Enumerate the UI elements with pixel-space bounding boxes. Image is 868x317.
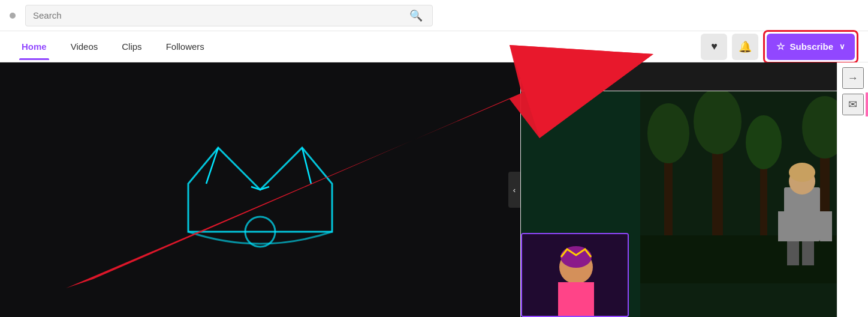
heart-icon: ♥ bbox=[711, 40, 718, 53]
main-content: ‹ t Video × bbox=[0, 62, 868, 317]
svg-rect-16 bbox=[802, 241, 814, 265]
svg-rect-10 bbox=[640, 235, 868, 283]
nav-actions: ♥ 🔔 ☆ Subscribe ∨ bbox=[701, 30, 858, 64]
svg-rect-14 bbox=[820, 211, 832, 241]
svg-point-21 bbox=[560, 246, 592, 268]
nav-tabs: Home Videos Clips Followers bbox=[10, 33, 701, 60]
search-bar[interactable]: 🔍 bbox=[25, 5, 433, 26]
svg-rect-20 bbox=[558, 282, 594, 317]
star-icon: ☆ bbox=[776, 41, 785, 52]
video-area bbox=[0, 62, 520, 317]
right-panel: t Video × bbox=[520, 62, 868, 317]
search-icon: 🔍 bbox=[409, 10, 423, 22]
forest-scene bbox=[640, 91, 868, 317]
search-input[interactable] bbox=[33, 10, 407, 20]
tab-home[interactable]: Home bbox=[10, 33, 59, 60]
far-right-sidebar: → ✉ bbox=[837, 62, 868, 317]
pip-video bbox=[522, 234, 629, 317]
mail-icon: ✉ bbox=[848, 98, 857, 111]
bell-icon: 🔔 bbox=[739, 40, 752, 53]
subscribe-label: Subscribe bbox=[789, 41, 833, 52]
side-collapse-button[interactable]: ‹ bbox=[508, 172, 520, 208]
chevron-left-icon: ‹ bbox=[513, 186, 516, 195]
nav-bar: Home Videos Clips Followers ♥ 🔔 ☆ Subscr… bbox=[0, 31, 868, 62]
tab-videos[interactable]: Videos bbox=[59, 33, 110, 60]
svg-point-17 bbox=[789, 163, 815, 182]
chevron-down-icon: ∨ bbox=[839, 42, 845, 51]
svg-point-7 bbox=[694, 91, 742, 154]
tab-clips[interactable]: Clips bbox=[110, 33, 153, 60]
panel-title: t Video bbox=[531, 70, 566, 83]
bell-button[interactable]: 🔔 bbox=[732, 34, 758, 60]
neon-logo bbox=[158, 112, 362, 268]
forest-svg bbox=[640, 91, 868, 283]
pip-streamer bbox=[521, 233, 629, 317]
panel-body bbox=[521, 91, 868, 317]
heart-button[interactable]: ♥ bbox=[701, 34, 727, 60]
svg-point-8 bbox=[746, 115, 782, 169]
svg-rect-15 bbox=[787, 241, 799, 265]
top-bar: 🔍 bbox=[0, 0, 868, 31]
video-thumbnail bbox=[521, 91, 868, 317]
sidebar-arrow-button[interactable]: → bbox=[842, 67, 864, 89]
sidebar-mail-button[interactable]: ✉ bbox=[842, 94, 864, 115]
tab-followers[interactable]: Followers bbox=[154, 33, 216, 60]
subscribe-highlight: ☆ Subscribe ∨ bbox=[763, 30, 858, 64]
arrow-right-icon: → bbox=[848, 72, 858, 85]
svg-point-6 bbox=[647, 103, 689, 163]
search-button[interactable]: 🔍 bbox=[407, 9, 425, 22]
svg-rect-13 bbox=[778, 211, 790, 241]
panel-header: t Video × bbox=[521, 62, 868, 91]
pink-accent-bar bbox=[866, 92, 868, 116]
dot-indicator bbox=[10, 13, 16, 19]
subscribe-button[interactable]: ☆ Subscribe ∨ bbox=[767, 34, 855, 60]
